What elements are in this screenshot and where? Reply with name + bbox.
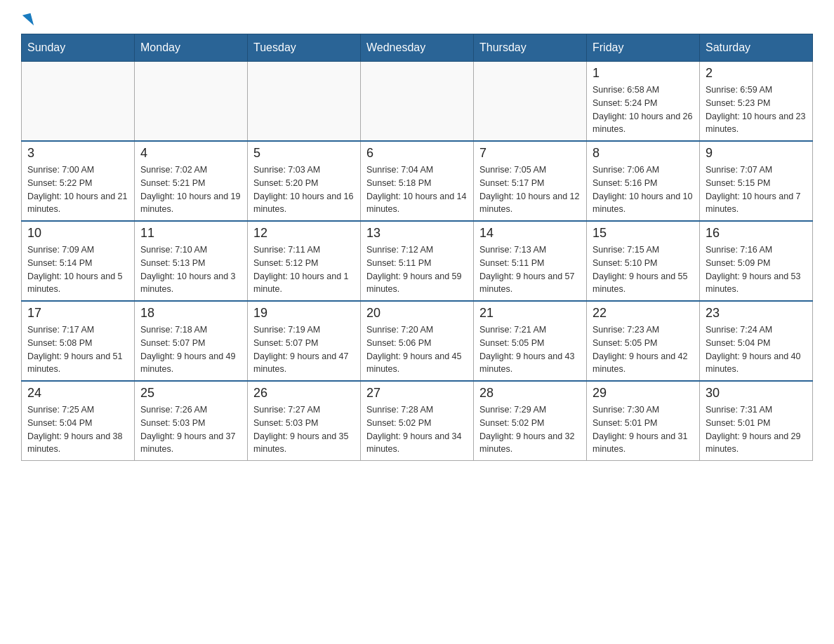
day-info: Sunrise: 7:26 AM Sunset: 5:03 PM Dayligh… xyxy=(140,403,241,456)
day-number: 4 xyxy=(140,146,241,161)
day-info: Sunrise: 7:29 AM Sunset: 5:02 PM Dayligh… xyxy=(479,403,581,456)
day-info: Sunrise: 7:28 AM Sunset: 5:02 PM Dayligh… xyxy=(366,403,468,456)
calendar-week-row: 10Sunrise: 7:09 AM Sunset: 5:14 PM Dayli… xyxy=(22,221,813,301)
calendar-day-cell: 29Sunrise: 7:30 AM Sunset: 5:01 PM Dayli… xyxy=(587,381,700,461)
day-number: 19 xyxy=(253,306,355,321)
calendar-day-cell: 23Sunrise: 7:24 AM Sunset: 5:04 PM Dayli… xyxy=(700,301,813,381)
day-info: Sunrise: 7:21 AM Sunset: 5:05 PM Dayligh… xyxy=(479,323,581,376)
logo xyxy=(21,14,34,27)
day-info: Sunrise: 7:10 AM Sunset: 5:13 PM Dayligh… xyxy=(140,243,241,296)
day-info: Sunrise: 7:04 AM Sunset: 5:18 PM Dayligh… xyxy=(366,163,468,216)
calendar-day-cell: 21Sunrise: 7:21 AM Sunset: 5:05 PM Dayli… xyxy=(474,301,587,381)
day-info: Sunrise: 7:23 AM Sunset: 5:05 PM Dayligh… xyxy=(593,323,694,376)
calendar-day-cell: 4Sunrise: 7:02 AM Sunset: 5:21 PM Daylig… xyxy=(135,141,248,221)
calendar-week-row: 17Sunrise: 7:17 AM Sunset: 5:08 PM Dayli… xyxy=(22,301,813,381)
calendar-day-cell: 20Sunrise: 7:20 AM Sunset: 5:06 PM Dayli… xyxy=(361,301,474,381)
day-info: Sunrise: 7:20 AM Sunset: 5:06 PM Dayligh… xyxy=(366,323,468,376)
calendar-table: SundayMondayTuesdayWednesdayThursdayFrid… xyxy=(21,34,813,461)
day-info: Sunrise: 6:58 AM Sunset: 5:24 PM Dayligh… xyxy=(593,83,694,136)
day-info: Sunrise: 7:05 AM Sunset: 5:17 PM Dayligh… xyxy=(479,163,581,216)
weekday-header-monday: Monday xyxy=(135,34,248,62)
day-info: Sunrise: 7:16 AM Sunset: 5:09 PM Dayligh… xyxy=(706,243,807,296)
day-number: 28 xyxy=(479,386,581,401)
day-info: Sunrise: 7:07 AM Sunset: 5:15 PM Dayligh… xyxy=(706,163,807,216)
day-number: 6 xyxy=(366,146,468,161)
day-info: Sunrise: 7:02 AM Sunset: 5:21 PM Dayligh… xyxy=(140,163,241,216)
day-number: 30 xyxy=(706,386,807,401)
calendar-week-row: 3Sunrise: 7:00 AM Sunset: 5:22 PM Daylig… xyxy=(22,141,813,221)
day-info: Sunrise: 7:13 AM Sunset: 5:11 PM Dayligh… xyxy=(479,243,581,296)
day-number: 27 xyxy=(366,386,468,401)
calendar-day-cell: 28Sunrise: 7:29 AM Sunset: 5:02 PM Dayli… xyxy=(474,381,587,461)
day-info: Sunrise: 7:06 AM Sunset: 5:16 PM Dayligh… xyxy=(593,163,694,216)
calendar-day-cell: 1Sunrise: 6:58 AM Sunset: 5:24 PM Daylig… xyxy=(587,62,700,142)
day-number: 9 xyxy=(706,146,807,161)
day-info: Sunrise: 7:24 AM Sunset: 5:04 PM Dayligh… xyxy=(706,323,807,376)
weekday-header-sunday: Sunday xyxy=(22,34,135,62)
calendar-day-cell xyxy=(474,62,587,142)
calendar-day-cell: 6Sunrise: 7:04 AM Sunset: 5:18 PM Daylig… xyxy=(361,141,474,221)
day-info: Sunrise: 6:59 AM Sunset: 5:23 PM Dayligh… xyxy=(706,83,807,136)
calendar-day-cell: 8Sunrise: 7:06 AM Sunset: 5:16 PM Daylig… xyxy=(587,141,700,221)
day-number: 5 xyxy=(253,146,355,161)
weekday-header-saturday: Saturday xyxy=(700,34,813,62)
weekday-header-friday: Friday xyxy=(587,34,700,62)
day-number: 1 xyxy=(593,66,694,81)
calendar-day-cell: 9Sunrise: 7:07 AM Sunset: 5:15 PM Daylig… xyxy=(700,141,813,221)
day-info: Sunrise: 7:17 AM Sunset: 5:08 PM Dayligh… xyxy=(27,323,128,376)
page-header xyxy=(21,14,813,27)
day-info: Sunrise: 7:09 AM Sunset: 5:14 PM Dayligh… xyxy=(27,243,128,296)
weekday-header-wednesday: Wednesday xyxy=(361,34,474,62)
calendar-day-cell xyxy=(248,62,361,142)
calendar-day-cell: 16Sunrise: 7:16 AM Sunset: 5:09 PM Dayli… xyxy=(700,221,813,301)
day-number: 12 xyxy=(253,226,355,241)
calendar-day-cell: 2Sunrise: 6:59 AM Sunset: 5:23 PM Daylig… xyxy=(700,62,813,142)
calendar-day-cell: 27Sunrise: 7:28 AM Sunset: 5:02 PM Dayli… xyxy=(361,381,474,461)
weekday-header-thursday: Thursday xyxy=(474,34,587,62)
day-info: Sunrise: 7:27 AM Sunset: 5:03 PM Dayligh… xyxy=(253,403,355,456)
calendar-day-cell: 3Sunrise: 7:00 AM Sunset: 5:22 PM Daylig… xyxy=(22,141,135,221)
calendar-day-cell: 14Sunrise: 7:13 AM Sunset: 5:11 PM Dayli… xyxy=(474,221,587,301)
day-info: Sunrise: 7:12 AM Sunset: 5:11 PM Dayligh… xyxy=(366,243,468,296)
day-number: 13 xyxy=(366,226,468,241)
day-number: 22 xyxy=(593,306,694,321)
calendar-day-cell xyxy=(22,62,135,142)
day-number: 24 xyxy=(27,386,128,401)
day-number: 2 xyxy=(706,66,807,81)
day-number: 15 xyxy=(593,226,694,241)
calendar-week-row: 1Sunrise: 6:58 AM Sunset: 5:24 PM Daylig… xyxy=(22,62,813,142)
day-info: Sunrise: 7:15 AM Sunset: 5:10 PM Dayligh… xyxy=(593,243,694,296)
calendar-day-cell: 13Sunrise: 7:12 AM Sunset: 5:11 PM Dayli… xyxy=(361,221,474,301)
calendar-day-cell: 18Sunrise: 7:18 AM Sunset: 5:07 PM Dayli… xyxy=(135,301,248,381)
calendar-day-cell: 26Sunrise: 7:27 AM Sunset: 5:03 PM Dayli… xyxy=(248,381,361,461)
calendar-day-cell: 11Sunrise: 7:10 AM Sunset: 5:13 PM Dayli… xyxy=(135,221,248,301)
day-number: 20 xyxy=(366,306,468,321)
calendar-day-cell: 7Sunrise: 7:05 AM Sunset: 5:17 PM Daylig… xyxy=(474,141,587,221)
day-number: 26 xyxy=(253,386,355,401)
day-number: 11 xyxy=(140,226,241,241)
day-number: 16 xyxy=(706,226,807,241)
calendar-header-row: SundayMondayTuesdayWednesdayThursdayFrid… xyxy=(22,34,813,62)
calendar-day-cell: 19Sunrise: 7:19 AM Sunset: 5:07 PM Dayli… xyxy=(248,301,361,381)
day-info: Sunrise: 7:18 AM Sunset: 5:07 PM Dayligh… xyxy=(140,323,241,376)
calendar-day-cell: 24Sunrise: 7:25 AM Sunset: 5:04 PM Dayli… xyxy=(22,381,135,461)
calendar-day-cell: 25Sunrise: 7:26 AM Sunset: 5:03 PM Dayli… xyxy=(135,381,248,461)
day-info: Sunrise: 7:03 AM Sunset: 5:20 PM Dayligh… xyxy=(253,163,355,216)
day-number: 7 xyxy=(479,146,581,161)
calendar-day-cell: 12Sunrise: 7:11 AM Sunset: 5:12 PM Dayli… xyxy=(248,221,361,301)
day-number: 14 xyxy=(479,226,581,241)
calendar-day-cell: 10Sunrise: 7:09 AM Sunset: 5:14 PM Dayli… xyxy=(22,221,135,301)
calendar-day-cell: 5Sunrise: 7:03 AM Sunset: 5:20 PM Daylig… xyxy=(248,141,361,221)
day-number: 10 xyxy=(27,226,128,241)
day-number: 17 xyxy=(27,306,128,321)
day-number: 29 xyxy=(593,386,694,401)
day-info: Sunrise: 7:31 AM Sunset: 5:01 PM Dayligh… xyxy=(706,403,807,456)
calendar-day-cell xyxy=(135,62,248,142)
calendar-week-row: 24Sunrise: 7:25 AM Sunset: 5:04 PM Dayli… xyxy=(22,381,813,461)
logo-triangle-icon xyxy=(22,13,34,27)
weekday-header-tuesday: Tuesday xyxy=(248,34,361,62)
day-number: 25 xyxy=(140,386,241,401)
day-info: Sunrise: 7:19 AM Sunset: 5:07 PM Dayligh… xyxy=(253,323,355,376)
day-number: 23 xyxy=(706,306,807,321)
calendar-day-cell: 15Sunrise: 7:15 AM Sunset: 5:10 PM Dayli… xyxy=(587,221,700,301)
